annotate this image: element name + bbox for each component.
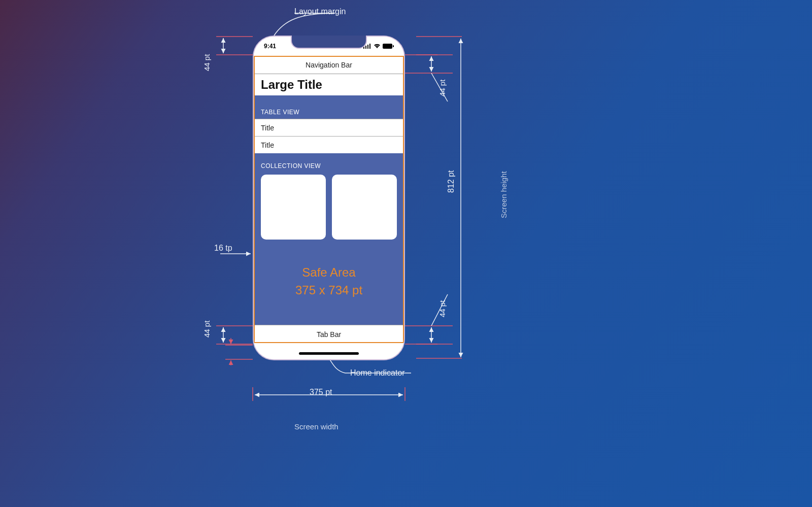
phone-screen: 9:41 Navigation Bar Large Title TABLE VI… xyxy=(254,37,404,359)
label-home-indicator: Home indicator xyxy=(350,368,405,378)
tab-bar: Tab Bar xyxy=(254,325,404,343)
collection-cell xyxy=(332,175,397,240)
large-title: Large Title xyxy=(254,74,404,95)
navigation-bar: Navigation Bar xyxy=(254,56,404,74)
collection-cell xyxy=(261,175,326,240)
label-screen-height: Screen height xyxy=(499,171,508,218)
phone-frame: 9:41 Navigation Bar Large Title TABLE VI… xyxy=(253,36,405,360)
label-navbar-44pt: 44 pt xyxy=(438,80,447,96)
safe-area-content: Navigation Bar Large Title TABLE VIEW Ti… xyxy=(254,56,404,343)
status-time: 9:41 xyxy=(264,43,276,50)
dimension-overlay xyxy=(0,0,812,507)
home-indicator-area xyxy=(254,343,404,359)
home-indicator-bar xyxy=(299,352,359,355)
status-icons xyxy=(363,44,394,49)
safe-area-label: Safe Area 375 x 734 pt xyxy=(254,264,404,299)
label-screen-width: Screen width xyxy=(294,422,339,431)
safe-area-dims: 375 x 734 pt xyxy=(254,282,404,299)
label-layout-margin: Layout margin xyxy=(294,7,346,16)
collection-view-header: COLLECTION VIEW xyxy=(254,160,404,173)
table-row: Title xyxy=(254,136,404,153)
wifi-icon xyxy=(374,44,381,49)
safe-area-title: Safe Area xyxy=(254,264,404,282)
diagram-stage: Layout margin Home indicator 375 pt Scre… xyxy=(0,0,812,507)
svg-rect-34 xyxy=(383,44,392,49)
svg-rect-32 xyxy=(367,45,368,49)
svg-rect-33 xyxy=(369,44,370,49)
svg-rect-31 xyxy=(365,46,366,49)
label-812pt: 812 pt xyxy=(447,171,456,193)
svg-rect-35 xyxy=(393,45,394,47)
label-375pt: 375 pt xyxy=(310,388,332,397)
table-view-header: TABLE VIEW xyxy=(254,107,404,119)
label-statusbar-44pt: 44 pt xyxy=(202,54,211,71)
label-16tp: 16 tp xyxy=(214,244,232,253)
label-tabbar-44pt-right: 44 pt xyxy=(438,300,447,317)
collection-row xyxy=(254,173,404,240)
table-row: Title xyxy=(254,119,404,136)
battery-icon xyxy=(383,44,394,49)
notch xyxy=(291,36,367,49)
label-tabbar-44pt-left: 44 pt xyxy=(202,321,211,337)
